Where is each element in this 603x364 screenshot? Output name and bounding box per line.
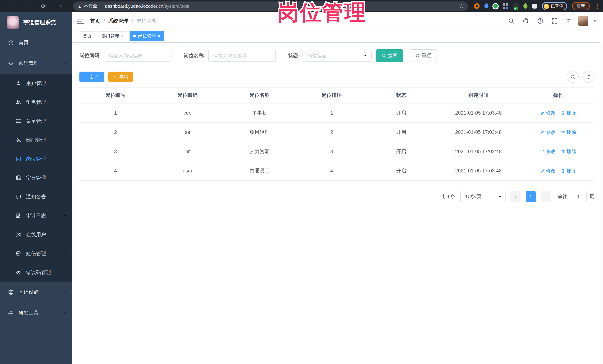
font-size-icon[interactable]: тT: [566, 18, 570, 24]
tags-view-bar: 首页 部门管理 × 岗位管理 ×: [72, 30, 603, 43]
next-page-button[interactable]: ›: [541, 191, 551, 202]
user-avatar[interactable]: [578, 16, 588, 26]
breadcrumb: 首页 / 系统管理 / 岗位管理: [90, 18, 156, 24]
edit-link[interactable]: 修改: [540, 148, 556, 155]
refresh-table-button[interactable]: [582, 71, 594, 83]
delete-link[interactable]: 删除: [561, 129, 577, 135]
edit-icon: [540, 149, 545, 154]
page-unit-label: 页: [590, 193, 594, 200]
extension-icon[interactable]: [484, 3, 489, 9]
sidebar-item-audit-logs[interactable]: 审计日志: [0, 206, 72, 225]
tag-departments[interactable]: 部门管理 ×: [98, 31, 127, 41]
extension-icon[interactable]: [522, 3, 528, 9]
status-text: 开启: [368, 122, 435, 142]
address-bar[interactable]: ▲ 不安全 dashboard.yudao.iocoder.cn /system…: [73, 1, 468, 11]
goto-page-input[interactable]: [570, 191, 587, 202]
post-code-input[interactable]: [104, 50, 172, 62]
breadcrumb-separator: /: [104, 18, 105, 24]
browser-update-button[interactable]: 更新: [572, 2, 590, 10]
reset-button[interactable]: 重置: [410, 49, 437, 62]
table-row: 3 hr 人力资源 3 开启 2021-01-05 17:03:48 修改 删除: [80, 142, 594, 161]
chevron-down-icon: [63, 290, 67, 294]
tag-home[interactable]: 首页: [79, 31, 95, 41]
post-code-label: 岗位编码: [80, 52, 99, 59]
url-divider: [101, 3, 101, 9]
sidebar-item-dicts[interactable]: 字典管理: [0, 168, 72, 187]
profile-paused-badge[interactable]: 已暂停: [542, 2, 567, 10]
table-toolbar: 新增 导出: [80, 71, 594, 83]
extension-icon[interactable]: ✓: [493, 4, 498, 8]
chevron-down-icon: [363, 53, 368, 58]
app-title: 芋道管理系统: [23, 19, 56, 26]
sidebar-item-error-codes[interactable]: 错误码管理: [0, 263, 72, 282]
breadcrumb-system[interactable]: 系统管理: [108, 18, 128, 24]
post-name-input[interactable]: [208, 50, 276, 62]
sidebar-item-devtools[interactable]: 研发工具: [0, 303, 72, 323]
col-post-id: 岗位编号: [80, 87, 151, 103]
export-button[interactable]: 导出: [108, 72, 133, 82]
delete-link[interactable]: 删除: [561, 148, 577, 155]
avatar-caret-icon[interactable]: ▼: [593, 19, 596, 23]
status-text: 开启: [368, 142, 435, 161]
reload-icon[interactable]: ⟳: [40, 3, 47, 10]
sidebar-item-users[interactable]: 用户管理: [0, 74, 72, 93]
sidebar-item-home[interactable]: 首页: [0, 32, 72, 53]
toolbox-icon: [8, 310, 14, 316]
edit-link[interactable]: 修改: [540, 110, 556, 116]
extension-icon[interactable]: on: [513, 3, 519, 9]
github-icon[interactable]: [522, 18, 529, 24]
close-icon[interactable]: ×: [121, 33, 124, 39]
url-path: /system/post: [163, 3, 189, 9]
sidebar-item-notices[interactable]: 通知公告: [0, 187, 72, 206]
toggle-search-button[interactable]: [567, 71, 579, 83]
scrollbar[interactable]: [600, 42, 603, 364]
browser-menu-icon[interactable]: [595, 3, 600, 10]
trash-icon: [561, 130, 565, 134]
home-icon[interactable]: ⌂: [57, 3, 63, 10]
back-icon[interactable]: ←: [7, 3, 13, 10]
browser-extensions: ✓ on 已暂停 更新: [474, 2, 600, 10]
bookmark-star-icon[interactable]: ☆: [459, 3, 464, 9]
current-page[interactable]: 1: [526, 191, 536, 202]
forward-icon[interactable]: →: [23, 3, 30, 10]
sidebar-item-system[interactable]: 系统管理: [0, 53, 72, 74]
extensions-puzzle-icon[interactable]: [532, 4, 537, 9]
extension-icon[interactable]: [474, 3, 480, 9]
download-icon: [113, 75, 117, 79]
search-icon[interactable]: [508, 18, 514, 24]
prev-page-button[interactable]: ‹: [510, 191, 521, 202]
hamburger-icon[interactable]: [77, 17, 84, 25]
sidebar-item-infrastructure[interactable]: 基础设施: [0, 282, 72, 303]
add-button[interactable]: 新增: [80, 72, 104, 82]
tag-posts-active[interactable]: 岗位管理 ×: [129, 31, 164, 41]
delete-link[interactable]: 删除: [561, 167, 577, 174]
sidebar-item-online-users[interactable]: 在线用户: [0, 225, 72, 244]
help-icon[interactable]: [537, 18, 543, 24]
breadcrumb-home[interactable]: 首页: [90, 18, 100, 24]
sidebar-item-sms[interactable]: 短信管理: [0, 244, 72, 263]
breadcrumb-current: 岗位管理: [136, 18, 156, 24]
search-button[interactable]: 搜索: [376, 49, 403, 62]
top-navbar: 首页 / 系统管理 / 岗位管理 тT ▼: [72, 12, 603, 30]
extension-icon[interactable]: [503, 3, 508, 9]
edit-link[interactable]: 修改: [540, 167, 556, 174]
close-icon[interactable]: ×: [158, 33, 160, 39]
trash-icon: [561, 149, 565, 154]
navbar-actions: тT ▼: [508, 16, 596, 26]
not-secure-icon: ▲: [78, 4, 82, 8]
delete-link[interactable]: 删除: [561, 110, 577, 116]
dictionary-icon: [16, 175, 21, 181]
col-post-sort: 岗位排序: [296, 87, 368, 103]
page-size-select[interactable]: 10条/页: [460, 191, 506, 202]
fullscreen-icon[interactable]: [551, 18, 558, 24]
shield-check-icon: [16, 251, 21, 256]
chevron-up-icon: [63, 61, 67, 66]
sidebar-item-departments[interactable]: 部门管理: [0, 131, 72, 149]
status-select[interactable]: 岗位状态: [302, 50, 371, 62]
col-created: 创建时间: [435, 87, 522, 103]
sidebar-item-menus[interactable]: 菜单管理: [0, 112, 72, 131]
sidebar-item-roles[interactable]: 角色管理: [0, 93, 72, 112]
sidebar-item-posts[interactable]: 岗位管理: [0, 149, 72, 168]
edit-link[interactable]: 修改: [540, 129, 556, 135]
trash-icon: [561, 111, 565, 115]
